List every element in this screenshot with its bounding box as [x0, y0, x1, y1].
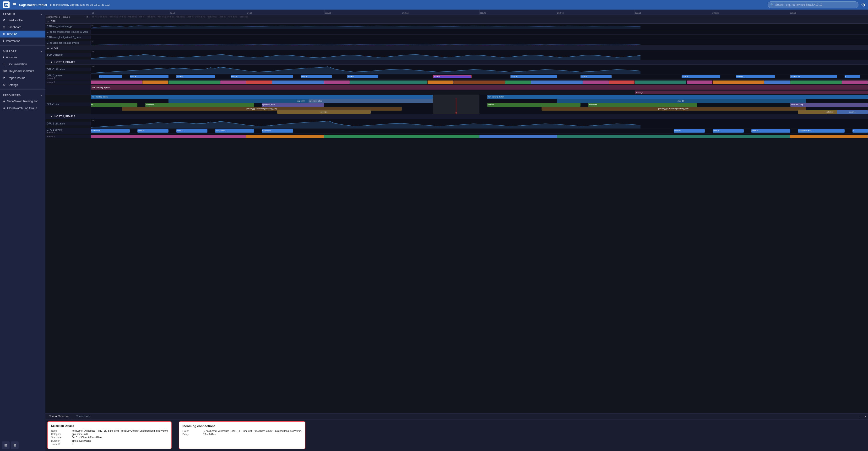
cpu-track-label-1: CPU-itlb_misses.miss_causes_a_walk — [45, 30, 91, 34]
gpu-section-label: GPUs — [51, 46, 58, 49]
sidebar-item-timeline[interactable]: ≡ Timeline — [0, 31, 45, 37]
sidebar-item-about-us[interactable]: ℹ About us — [0, 54, 45, 61]
close-ruler-icon[interactable]: ✕ — [85, 16, 90, 18]
host0-pid128-header[interactable]: ▲ HOST-0, PID-128 — [45, 114, 868, 119]
event-bar[interactable]: n... — [852, 129, 868, 133]
menu-icon[interactable]: ☰ — [12, 2, 16, 7]
time-ruler: 0s 42.1s 84.5s 126.8s 169.1s 211.4s 253.… — [45, 9, 868, 15]
conn-val-delay: 23us 842ns — [204, 433, 216, 436]
sidebar-item-information[interactable]: ℹ Information — [0, 37, 45, 44]
cpu-collapse-icon[interactable]: ▲ — [47, 20, 49, 23]
event-bar[interactable]: ncclKer... — [176, 129, 208, 133]
event-bar[interactable]: ncclKer... — [674, 129, 705, 133]
support-chevron-icon[interactable]: ∧ — [41, 50, 42, 53]
offset-label-2: +26.5 ms — [108, 16, 117, 18]
event-bar[interactable]: ncclKer... — [347, 75, 378, 78]
profile-chevron-icon[interactable]: ∧ — [41, 13, 42, 16]
event-bar[interactable]: ncclKer... — [137, 129, 168, 133]
event-bar[interactable]: ncclKer... — [751, 129, 790, 133]
event-bar[interactable]: ncclKer... — [510, 75, 557, 78]
gpu0-host-canvas[interactable]: run_training_batch step_233 optimizer_st… — [91, 95, 868, 114]
event-bar[interactable]: ncclKer All... — [790, 75, 837, 78]
host1-label: HOST-0, PID-128 — [55, 115, 75, 118]
sidebar-bottom-btn1[interactable]: ⊟ — [2, 442, 9, 449]
host0-pid126-header[interactable]: ▲ HOST-0, PID-126 — [45, 60, 868, 65]
search-input[interactable] — [775, 3, 856, 6]
event-bar[interactable]: ncclKer... — [301, 75, 332, 78]
details-row-duration: Duration 8ms 930us 996ns — [51, 440, 168, 442]
gpu-sum-chart — [91, 50, 868, 60]
sidebar-item-documentation[interactable]: ☰ Documentation — [0, 61, 45, 68]
duration-label: 331.2 s — [63, 16, 70, 18]
conn-key-event: Event — [183, 430, 200, 432]
event-bar[interactable]: ncclKer... — [581, 75, 612, 78]
host1-collapse-icon[interactable]: ▲ — [50, 115, 53, 118]
collapse-panel-icon[interactable]: ▾ — [863, 414, 868, 419]
gpu-section-header[interactable]: ▲ GPUs — [45, 45, 868, 50]
gpu0-stream2-canvas[interactable] — [91, 80, 868, 84]
details-val-category: gpu.kernel.int8 — [72, 433, 88, 436]
resources-chevron-icon[interactable]: ∧ — [41, 94, 42, 97]
sidebar-item-dashboard[interactable]: ⊞ Dashboard — [0, 24, 45, 31]
event-bar[interactable]: ncclKernel AllR... — [798, 129, 844, 133]
gpu-collapse-icon[interactable]: ▲ — [47, 46, 49, 49]
sidebar-item-sagemaker-training[interactable]: ◈ SageMaker Training Job — [0, 98, 45, 105]
event-bar[interactable]: ncclKernel... — [262, 129, 293, 133]
event-bar[interactable]: ncclKer... — [176, 75, 215, 78]
sidebar-bottom-btn2[interactable]: ⊞ — [11, 442, 19, 449]
offset-label-10: +106.5 ms — [185, 16, 195, 18]
sidebar-item-settings[interactable]: ⚙ Settings — [0, 82, 45, 88]
details-val-starttime: 5m 31s 306ms 844us 416ns — [72, 436, 102, 439]
ruler-tick-4: 169.1s — [402, 9, 479, 14]
sidebar-item-keyboard-shortcuts[interactable]: ⌨ Keyboard shortcuts — [0, 68, 45, 74]
event-bar[interactable]: ncclKer... — [130, 75, 169, 78]
gpu1-util-chart — [91, 119, 868, 129]
ruler-tick-6: 253.6s — [557, 9, 634, 14]
cpu-track-label-0: CPU-inst_retired.any_p — [45, 25, 91, 28]
profile-name: pt-resnet-smppy-1xg4dn-2023-05-19-23-07-… — [50, 3, 765, 6]
event-bar[interactable]: n... — [844, 75, 860, 78]
gpu1-device-stream2-label: stream 2 — [45, 135, 91, 138]
selected-event-bar[interactable]: ncclKer... — [433, 75, 472, 78]
about-icon: ℹ — [3, 56, 4, 59]
main-content: 0s 42.1s 84.5s 126.8s 169.1s 211.4s 253.… — [45, 9, 868, 451]
host0-collapse-icon[interactable]: ▲ — [50, 60, 53, 64]
event-bar[interactable]: ncclKernel... — [91, 129, 130, 133]
offset-label-8: +86.5 ms — [165, 16, 175, 18]
event-bar[interactable]: ncclKer... — [230, 75, 293, 78]
details-row-starttime: Start time 5m 31s 306ms 844us 416ns — [51, 436, 168, 439]
backward-right-label: backward — [589, 104, 597, 106]
tab-connections[interactable]: Connections — [72, 414, 94, 419]
forward-right-label: forward — [488, 104, 494, 106]
offset-label-14: +146.5 ms — [227, 16, 238, 18]
step233-label: step_233 — [297, 100, 305, 102]
cpu-chart-3 — [91, 40, 868, 45]
event-bar[interactable]: n... — [99, 75, 122, 78]
details-key-name: Name — [51, 429, 69, 432]
gpu0-device-stream2-row: stream 2 — [45, 79, 868, 85]
event-bar[interactable]: ncclKer... — [736, 75, 775, 78]
gpu0-stream1-canvas[interactable]: n... ncclKer... ncclKer... ncclKer... nc… — [91, 74, 868, 79]
tab-current-selection[interactable]: Current Selection — [45, 414, 72, 419]
cpu-section-header[interactable]: ▲ CPU — [45, 19, 868, 24]
conn-val-event: ↘ ncclKernel_AllReduce_RING_LL_Sum_uint8… — [204, 430, 302, 432]
power-button[interactable]: ⏻ — [861, 3, 865, 7]
expand-panel-icon[interactable]: ↑ — [857, 414, 863, 419]
offset-label-11: +116.5 ms — [195, 16, 206, 18]
event-bar[interactable]: ncclKer... — [713, 129, 744, 133]
gpu1-stream2-canvas[interactable] — [91, 134, 868, 138]
search-box[interactable]: 🔍 — [768, 1, 859, 8]
sidebar-item-load-profile[interactable]: ↺ Load Profile — [0, 17, 45, 24]
event-bar[interactable]: ncclKer... — [682, 75, 720, 78]
app-logo: SM — [3, 1, 9, 8]
sidebar-item-report-issues[interactable]: ⚑ Report issuus — [0, 74, 45, 82]
time-ruler-offset: 1684537764 s ▸ 331.2 s ✕ +6.5 ms +16.5 m… — [45, 15, 868, 19]
gpu1-stream1-canvas[interactable]: ncclKernel... ncclKer... ncclKer... nccl… — [91, 129, 868, 133]
timeline-scroll-area[interactable]: ▲ CPU CPU-inst_retired.any_p 50 C — [45, 19, 868, 413]
gpu1-device-label: GPU-1 device stream 1 — [45, 128, 91, 134]
event-bar[interactable]: ncclKernel... — [215, 129, 254, 133]
forward-left-label: fo... — [91, 104, 94, 106]
sidebar-item-cloudwatch[interactable]: ◈ CloudWatch Log Group — [0, 105, 45, 111]
ruler-tick-7: 295.9s — [634, 9, 712, 14]
gpu0-host-label: GPU-0 host — [45, 102, 91, 106]
